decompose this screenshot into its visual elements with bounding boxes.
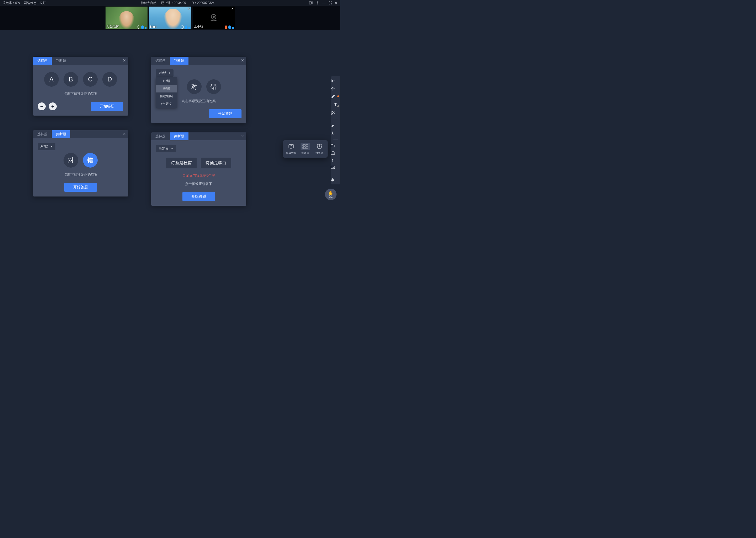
topbar: 丢包率：0% 网络状态：良好 神秘大自然 已上课：02:34:09 ID：202… — [0, 0, 340, 6]
judge-type-select[interactable]: 对/错 ▼ 对/错 美/丑 精致/粗糙 +自定义 — [156, 69, 173, 77]
custom-option[interactable]: 诗圣是杜甫 — [166, 158, 197, 168]
participant-tile[interactable]: ✕ 王小明 — [193, 7, 235, 29]
participant-tile[interactable]: 叮当老师 — [106, 7, 148, 29]
text-tool-icon[interactable]: T◢ — [331, 102, 340, 107]
laser-tool-icon[interactable] — [331, 131, 340, 135]
dropdown-item[interactable]: 美/丑 — [156, 85, 177, 92]
mic-muted-icon[interactable] — [225, 26, 227, 28]
hint-text: 点击字母预设正确答案 — [38, 91, 123, 96]
toolbox-tool-icon[interactable] — [331, 151, 340, 155]
option-true[interactable]: 对 — [187, 79, 202, 94]
option-b[interactable]: B — [64, 72, 78, 87]
volume-icon — [188, 26, 190, 28]
right-toolbar: T◢ — [331, 76, 340, 185]
svg-rect-0 — [309, 2, 311, 4]
video-strip: 叮当老师 ✕ Nina ✕ 王小明 — [0, 6, 340, 30]
quiz-card-judge-selected: 选择题 判断题 ✕ 对/错 ▼ 对 错 点击字母预设正确答案 开始答题 — [33, 130, 128, 196]
svg-point-3 — [213, 16, 215, 18]
quiz-card-custom: 选择题 判断题 ✕ 自定义 ▼ 诗圣是杜甫 诗仙是李白 自定义内容最多5个字 点… — [151, 133, 246, 206]
settings-icon[interactable] — [315, 1, 319, 5]
svg-point-8 — [332, 133, 333, 134]
svg-point-15 — [333, 167, 334, 168]
svg-point-14 — [333, 167, 333, 168]
maximize-icon[interactable] — [329, 1, 332, 4]
option-true[interactable]: 对 — [64, 153, 78, 168]
card-close-icon[interactable]: ✕ — [123, 132, 126, 136]
start-button[interactable]: 开始答题 — [182, 192, 215, 201]
quiz-tool-label: 答题器 — [300, 151, 311, 155]
dropdown-item[interactable]: 精致/粗糙 — [156, 92, 177, 100]
custom-option[interactable]: 诗仙是李白 — [201, 158, 231, 168]
user-tool-icon[interactable] — [331, 158, 340, 162]
participant-name: 王小明 — [194, 24, 203, 28]
camera-icon[interactable] — [309, 1, 313, 4]
dropdown-item[interactable]: 对/错 — [156, 77, 177, 85]
option-false[interactable]: 错 — [206, 79, 221, 94]
buzzer-button[interactable]: 抢答器 — [314, 143, 325, 155]
tab-judge[interactable]: 判断题 — [170, 57, 188, 65]
quiz-card-judge-dropdown: 选择题 判断题 ✕ 对/错 ▼ 对/错 美/丑 精致/粗糙 +自定义 对 错 点… — [151, 57, 246, 123]
minimize-icon[interactable]: — — [322, 1, 326, 5]
network-status: 网络状态：良好 — [24, 1, 46, 5]
workspace: 选择题 判断题 ✕ A B C D 点击字母预设正确答案 − + 开始答题 选择… — [0, 30, 340, 242]
start-button[interactable]: 开始答题 — [91, 102, 123, 111]
tab-choice[interactable]: 选择题 — [33, 57, 52, 65]
buzzer-label: 抢答器 — [314, 151, 325, 155]
tab-judge[interactable]: 判断题 — [52, 130, 71, 138]
svg-text:A: A — [304, 145, 305, 146]
tile-close-icon[interactable]: ✕ — [188, 7, 190, 11]
option-d[interactable]: D — [102, 72, 117, 87]
svg-text:B: B — [304, 147, 305, 149]
mic-icon[interactable] — [141, 26, 144, 28]
tab-choice[interactable]: 选择题 — [33, 130, 52, 138]
start-button[interactable]: 开始答题 — [64, 183, 97, 192]
participant-tile[interactable]: ✕ Nina — [149, 7, 191, 29]
hand-raise-button[interactable]: ✋ 0/2 — [325, 188, 337, 200]
hand-count: 0/2 — [329, 195, 333, 198]
svg-point-5 — [334, 81, 334, 81]
status-ring-icon — [181, 26, 184, 28]
tab-judge[interactable]: 判断题 — [170, 133, 188, 140]
tile-close-icon[interactable]: ✕ — [231, 7, 234, 11]
option-a[interactable]: A — [44, 72, 59, 87]
judge-type-select[interactable]: 对/错 ▼ — [38, 143, 55, 150]
mic-icon[interactable] — [228, 26, 231, 28]
tab-choice[interactable]: 选择题 — [151, 133, 170, 140]
caret-down-icon: ▼ — [168, 72, 171, 74]
hint-text: 点击预设正确答案 — [156, 182, 242, 186]
tab-judge[interactable]: 判断题 — [52, 57, 71, 65]
quiz-tool-button[interactable]: A✓B✕ 答题器 — [300, 143, 311, 155]
participant-name: Nina — [150, 25, 157, 28]
mic-icon[interactable] — [185, 26, 187, 28]
screen-share-button[interactable]: 屏幕共享 — [286, 143, 297, 155]
option-c[interactable]: C — [83, 72, 98, 87]
move-tool-icon[interactable] — [331, 87, 340, 91]
judge-type-dropdown: 对/错 美/丑 精致/粗糙 +自定义 — [156, 77, 177, 108]
svg-text:✕: ✕ — [306, 147, 307, 149]
screen-share-label: 屏幕共享 — [286, 151, 297, 155]
card-close-icon[interactable]: ✕ — [241, 58, 244, 63]
svg-point-4 — [334, 80, 334, 80]
scissors-tool-icon[interactable] — [331, 111, 340, 115]
card-close-icon[interactable]: ✕ — [241, 134, 244, 138]
elapsed-time: 已上课：02:34:09 — [161, 1, 186, 5]
close-icon[interactable]: ✕ — [334, 1, 338, 5]
add-option-button[interactable]: + — [49, 102, 57, 110]
tab-choice[interactable]: 选择题 — [151, 57, 170, 65]
option-false[interactable]: 错 — [83, 153, 98, 168]
start-button[interactable]: 开始答题 — [209, 109, 242, 118]
judge-type-select[interactable]: 自定义 ▼ — [156, 145, 176, 152]
dropdown-item[interactable]: +自定义 — [156, 100, 177, 108]
pen-tool-icon[interactable] — [331, 94, 340, 99]
card-close-icon[interactable]: ✕ — [123, 58, 126, 63]
packet-loss: 丢包率：0% — [3, 1, 20, 5]
eraser-tool-icon[interactable] — [331, 124, 340, 128]
chat-tool-icon[interactable] — [331, 166, 340, 169]
folder-tool-icon[interactable] — [331, 144, 340, 147]
toolbar-separator — [333, 174, 338, 174]
svg-text:✓: ✓ — [306, 145, 307, 146]
pointer-tool-icon[interactable] — [331, 79, 340, 83]
remove-option-button[interactable]: − — [38, 102, 46, 110]
bell-tool-icon[interactable] — [331, 178, 340, 182]
hand-icon: ✋ — [328, 191, 333, 195]
